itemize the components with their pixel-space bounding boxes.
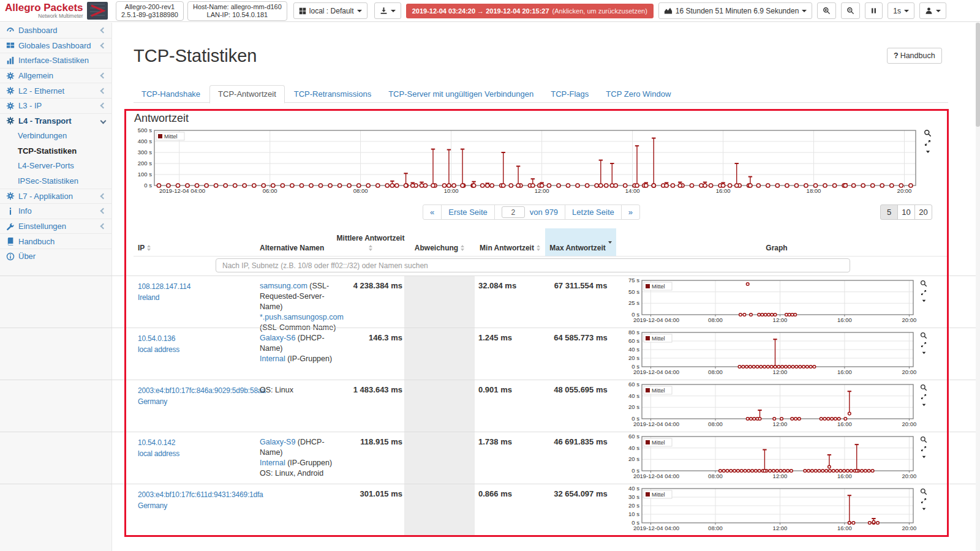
- response-time-chart[interactable]: 500 s400 s300 s200 s100 s0 s2019-12-04 0…: [134, 128, 919, 198]
- ip-link[interactable]: 108.128.147.114: [138, 281, 260, 292]
- row-response-time-chart[interactable]: 80 s60 s40 s20 s0 s2019-12-04 04:0008:00…: [626, 331, 917, 379]
- time-range-badge[interactable]: 2019-12-04 03:24:20 → 2019-12-04 20:15:2…: [406, 4, 654, 18]
- resize-icon[interactable]: [921, 446, 927, 452]
- resize-icon[interactable]: [921, 342, 927, 348]
- resize-icon[interactable]: [921, 394, 927, 400]
- sidebar-item-ipsec-statistiken[interactable]: IPSec-Statistiken: [0, 173, 111, 189]
- tab-tcp-server-mit-ung-ltigen-verbindungen[interactable]: TCP-Server mit ungültigen Verbindungen: [380, 86, 541, 103]
- chevron-left-icon: [100, 193, 107, 199]
- alt-name-link[interactable]: Galaxy-S6: [260, 334, 295, 342]
- svg-text:Mittel: Mittel: [652, 492, 665, 498]
- column-header-abweichung[interactable]: Abweichung: [404, 244, 475, 252]
- ip-location-link[interactable]: Ireland: [138, 292, 260, 303]
- tab-tcp-handshake[interactable]: TCP-Handshake: [134, 86, 208, 103]
- search-icon[interactable]: [920, 488, 927, 495]
- cell-abweichung: [404, 484, 475, 536]
- svg-text:2019-12-04 04:00: 2019-12-04 04:00: [633, 473, 679, 479]
- sidebar-item-tcp-statistiken[interactable]: TCP-Statistiken: [0, 143, 111, 159]
- svg-text:100 s: 100 s: [138, 171, 152, 178]
- caret-down-icon[interactable]: [925, 149, 931, 155]
- row-response-time-chart[interactable]: 60 s40 s20 s0 s2019-12-04 04:0008:0012:0…: [626, 383, 917, 431]
- app-root: Allegro Packets Network Multimeter Alleg…: [0, 0, 980, 551]
- pagination-first[interactable]: Erste Seite: [441, 204, 495, 220]
- svg-text:08:00: 08:00: [708, 473, 723, 479]
- sidebar-item-l4-server-ports[interactable]: L4-Server-Ports: [0, 158, 111, 173]
- profile-selector[interactable]: local : Default: [293, 2, 368, 19]
- tab-tcp-antwortzeit[interactable]: TCP-Antwortzeit: [209, 85, 285, 103]
- tab-tcp-flags[interactable]: TCP-Flags: [543, 86, 597, 103]
- ip-location-link[interactable]: local address: [138, 344, 260, 355]
- ip-location-link[interactable]: Germany: [138, 396, 260, 407]
- duration-selector[interactable]: 16 Stunden 51 Minuten 6.9 Sekunden: [658, 2, 813, 19]
- ip-location-link[interactable]: local address: [138, 448, 260, 459]
- alt-name-link[interactable]: Internal: [260, 459, 285, 467]
- svg-text:10 s: 10 s: [628, 511, 639, 517]
- search-icon[interactable]: [920, 384, 927, 391]
- sidebar-item-l3-ip[interactable]: L3 - IP: [0, 98, 111, 113]
- caret-down-icon[interactable]: [921, 454, 927, 460]
- pagination-last[interactable]: Letzte Seite: [565, 204, 622, 220]
- alt-name-link[interactable]: samsung.com: [260, 282, 307, 290]
- alt-name-link[interactable]: *.push.samsungosp.com: [260, 313, 344, 321]
- page-size-20[interactable]: 20: [914, 204, 932, 220]
- brand[interactable]: Allegro Packets Network Multimeter: [0, 2, 112, 20]
- sidebar-item-info[interactable]: Info: [0, 203, 111, 219]
- zoom-out-button[interactable]: [841, 2, 860, 19]
- row-response-time-chart[interactable]: 75 s50 s25 s0 s2019-12-04 04:0008:0012:0…: [626, 279, 917, 327]
- scrollbar-thumb[interactable]: [976, 23, 980, 127]
- ip-location-link[interactable]: Germany: [138, 500, 260, 511]
- caret-down-icon[interactable]: [921, 350, 927, 356]
- interval-selector[interactable]: 1s: [888, 2, 914, 19]
- resize-icon[interactable]: [921, 290, 927, 296]
- cell-min-response-time: 0.901 ms: [478, 385, 543, 394]
- column-header-ip[interactable]: IP: [138, 244, 258, 252]
- row-response-time-chart[interactable]: 60 s40 s20 s0 s2019-12-04 04:0008:0012:0…: [626, 435, 917, 483]
- ip-link[interactable]: 2003:e4:bf10:17fc:846a:9029:5d9b:58aa: [138, 385, 260, 396]
- ip-link[interactable]: 2003:e4:bf10:17fc:611d:9431:3469:1dfa: [138, 489, 260, 500]
- caret-down-icon[interactable]: [921, 402, 927, 408]
- caret-down-icon[interactable]: [921, 298, 927, 304]
- resize-icon[interactable]: [924, 140, 931, 146]
- column-header-min-antwortzeit[interactable]: Min Antwortzeit: [475, 244, 545, 252]
- sidebar-item-allgemein[interactable]: Allgemein: [0, 68, 111, 83]
- sidebar-item-globales-dashboard[interactable]: Globales Dashboard: [0, 38, 111, 53]
- sidebar-item-l7-applikation[interactable]: L7 - Applikation: [0, 189, 111, 204]
- alt-name-link[interactable]: Internal: [260, 354, 285, 363]
- user-menu-button[interactable]: [919, 2, 946, 19]
- search-icon[interactable]: [920, 280, 927, 287]
- cell-mean-response-time: 301.015 ms: [339, 489, 402, 498]
- search-icon[interactable]: [920, 332, 927, 339]
- tab-tcp-retransmissions[interactable]: TCP-Retransmissions: [286, 86, 379, 103]
- resize-icon[interactable]: [921, 498, 927, 504]
- pagination-prev[interactable]: «: [423, 204, 442, 220]
- page-size-5[interactable]: 5: [880, 204, 898, 220]
- column-header-mittlere-antwortzeit[interactable]: Mittlere Antwortzeit: [339, 234, 402, 252]
- page-number-input[interactable]: [502, 206, 525, 218]
- caret-down-icon[interactable]: [921, 506, 927, 512]
- pagination-next[interactable]: »: [621, 204, 640, 220]
- sidebar-item-l2-ethernet[interactable]: L2 - Ethernet: [0, 83, 111, 98]
- time-range-hint: (Anklicken, um zurückzusetzen): [552, 7, 647, 15]
- tab-tcp-zero-window[interactable]: TCP Zero Window: [598, 86, 679, 103]
- sidebar-item-interface-statistiken[interactable]: Interface-Statistiken: [0, 53, 111, 68]
- svg-text:Mittel: Mittel: [652, 388, 665, 394]
- zoom-in-button[interactable]: [817, 2, 836, 19]
- pause-button[interactable]: [865, 2, 883, 19]
- ip-link[interactable]: 10.54.0.142: [138, 437, 260, 448]
- cell-min-response-time: 0.866 ms: [478, 489, 543, 498]
- chevron-left-icon: [100, 103, 107, 109]
- page-size-10[interactable]: 10: [897, 204, 915, 220]
- sidebar-item-verbindungen[interactable]: Verbindungen: [0, 128, 111, 143]
- row-response-time-chart[interactable]: 40 s30 s20 s10 s0 s2019-12-04 04:0008:00…: [626, 487, 917, 535]
- search-input[interactable]: [216, 258, 850, 272]
- handbuch-button[interactable]: ?Handbuch: [887, 48, 942, 64]
- sidebar-item-l4-transport[interactable]: L4 - Transport: [0, 113, 111, 129]
- ip-link[interactable]: 10.54.0.136: [138, 333, 260, 344]
- column-header-max-antwortzeit[interactable]: Max Antwortzeit: [545, 244, 616, 252]
- chevron-left-icon: [100, 73, 107, 79]
- search-icon[interactable]: [924, 129, 932, 137]
- download-button[interactable]: [374, 2, 401, 19]
- sidebar-item-dashboard[interactable]: Dashboard: [0, 23, 111, 38]
- alt-name-link[interactable]: Galaxy-S9: [260, 438, 295, 446]
- search-icon[interactable]: [920, 436, 927, 443]
